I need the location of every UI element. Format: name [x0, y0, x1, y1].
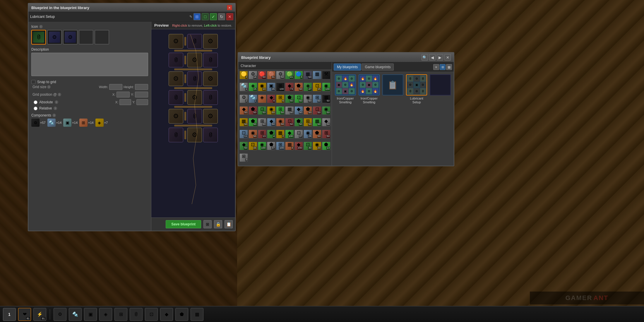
list-view-button[interactable]: ≡	[433, 64, 439, 70]
inventory-slot-41[interactable]: ⬟50	[249, 118, 257, 126]
toolbar-btn-blueprint[interactable]: ⊞	[193, 13, 201, 20]
editor-close-button[interactable]: ×	[227, 5, 232, 10]
inventory-slot-0[interactable]: 🟡2	[239, 71, 248, 79]
relative-radio[interactable]	[34, 107, 37, 110]
inventory-slot-15[interactable]: ◆73	[285, 83, 294, 91]
description-input[interactable]	[31, 53, 148, 76]
toolbar-btn-book[interactable]: □	[202, 13, 209, 20]
inventory-slot-48[interactable]: ▦50	[313, 118, 321, 126]
inventory-slot-47[interactable]: ⊞50	[304, 118, 312, 126]
inventory-slot-35[interactable]: ▦50	[285, 106, 294, 115]
tab-my-blueprints[interactable]: My blueprints	[334, 64, 361, 71]
inventory-slot-13[interactable]: ▣26	[267, 83, 275, 91]
inventory-slot-16[interactable]: ⬟50	[294, 83, 303, 91]
inventory-slot-22[interactable]: ◈	[258, 95, 266, 103]
lock-button[interactable]: 🔒	[214, 220, 222, 228]
inventory-slot-54[interactable]: ▦2	[276, 130, 285, 138]
taskbar-slot-1[interactable]: ⚙	[54, 308, 66, 321]
inventory-slot-24[interactable]: ⊞6	[276, 95, 285, 103]
inventory-slot-65[interactable]: ▦4	[285, 142, 294, 150]
grid-x-input[interactable]	[117, 92, 130, 97]
inventory-slot-10[interactable]: 🔩1	[239, 83, 248, 91]
inventory-slot-62[interactable]: ◉100	[258, 142, 266, 150]
taskbar-slot-2[interactable]: 🔩	[69, 308, 82, 321]
inventory-slot-70[interactable]: ⊞3	[239, 153, 248, 162]
library-close-button[interactable]: ✕	[444, 54, 451, 61]
inventory-slot-25[interactable]: ⬟50	[285, 95, 294, 103]
search-button[interactable]: 🔍	[422, 54, 428, 61]
inventory-slot-45[interactable]: ⊡50	[285, 118, 294, 126]
icon-slot-4[interactable]	[79, 30, 93, 44]
snap-checkbox[interactable]	[31, 80, 35, 84]
inventory-slot-19[interactable]: ◉100	[322, 83, 330, 91]
inventory-slot-12[interactable]: ◉10	[258, 83, 266, 91]
inventory-slot-31[interactable]: ⬟50	[249, 106, 257, 115]
inventory-slot-6[interactable]: 🔵3	[294, 71, 303, 79]
inventory-slot-7[interactable]: ▦50	[304, 71, 312, 79]
inventory-slot-5[interactable]: 🟢41	[285, 71, 294, 79]
inventory-slot-63[interactable]: ⬟37	[267, 142, 275, 150]
inventory-slot-34[interactable]: ⊞50	[276, 106, 285, 115]
inventory-slot-67[interactable]: ⊡30	[304, 142, 312, 150]
inventory-slot-3[interactable]: 🟤31	[267, 71, 275, 79]
inventory-slot-59[interactable]: ⊞50	[322, 130, 330, 138]
absolute-radio[interactable]	[34, 100, 37, 104]
icon-info[interactable]: i	[39, 25, 43, 28]
inventory-slot-68[interactable]: ◉20	[313, 142, 321, 150]
grid-toggle-button[interactable]: ⊞	[203, 220, 212, 228]
blueprint-item-3[interactable]: 📋	[382, 74, 404, 104]
inventory-slot-29[interactable]: ▦50	[322, 95, 330, 103]
inventory-slot-30[interactable]: ◆50	[239, 106, 248, 115]
inventory-slot-58[interactable]: ⬟50	[313, 130, 321, 138]
blueprint-item-5[interactable]	[429, 74, 451, 104]
inventory-slot-61[interactable]: ⊡44	[249, 142, 257, 150]
icon-slot-3[interactable]: ⚙	[63, 30, 78, 44]
comp-info[interactable]: i	[52, 114, 56, 117]
inventory-slot-60[interactable]: ◆50	[239, 142, 248, 150]
inventory-slot-4[interactable]: ⚙50	[276, 71, 285, 79]
inventory-slot-33[interactable]: ◉50	[267, 106, 275, 115]
taskbar-slot-10[interactable]: ▦	[191, 308, 203, 321]
inventory-slot-28[interactable]: ⊞50	[313, 95, 321, 103]
inventory-slot-39[interactable]: ◉50	[322, 106, 330, 115]
toolbar-btn-check[interactable]: ✓	[210, 13, 217, 20]
inventory-slot-56[interactable]: ⊡37	[294, 130, 303, 138]
inventory-slot-14[interactable]: ⊞100	[276, 83, 285, 91]
taskbar-slot-8[interactable]: ◆	[160, 308, 173, 321]
inventory-slot-40[interactable]: ▦50	[239, 118, 248, 126]
export-button[interactable]: 📋	[225, 220, 233, 228]
blueprint-item-4[interactable]: 🛢 ⚙ 🛢 ⚙ ▣ ⚙ 🛢 ⚙ 🛢 LubricantSetup	[406, 74, 428, 104]
inventory-slot-38[interactable]: ⊡50	[313, 106, 321, 115]
taskbar-slot-7[interactable]: ⊡	[145, 308, 158, 321]
save-blueprint-button[interactable]: Save blueprint	[166, 220, 201, 228]
inventory-slot-20[interactable]: ⚙2	[239, 95, 248, 103]
inventory-slot-55[interactable]: ◆100	[285, 130, 294, 138]
tab-game-blueprints[interactable]: Game blueprints	[362, 64, 394, 71]
inventory-slot-44[interactable]: ◉50	[276, 118, 285, 126]
inventory-slot-23[interactable]: ◆4	[267, 95, 275, 103]
icon-slot-1[interactable]: 🛢	[31, 30, 46, 44]
grid-pos-info[interactable]: i	[58, 93, 61, 96]
inventory-slot-64[interactable]: ⊞100	[276, 142, 285, 150]
inventory-slot-53[interactable]: ⬟4	[267, 130, 275, 138]
blueprint-item-2[interactable]: 🔥 ⚙ 🔥 ⚙ ▣ ⚙ 🔥 ⚙ 🔥 Iron/CopperSmelting	[358, 74, 380, 104]
inventory-slot-37[interactable]: ⬟50	[304, 106, 312, 115]
taskbar-slot-4[interactable]: ◈	[99, 308, 112, 321]
inventory-slot-21[interactable]: 🔩1	[249, 95, 257, 103]
inventory-slot-49[interactable]: ◆50	[322, 118, 330, 126]
inventory-slot-51[interactable]: ◉50	[249, 130, 257, 138]
inventory-slot-18[interactable]: ⊡15	[313, 83, 321, 91]
grid-view-button[interactable]: ⊞	[440, 64, 446, 70]
abs-y-input[interactable]	[136, 99, 148, 105]
inventory-slot-36[interactable]: ◆50	[294, 106, 303, 115]
inventory-slot-69[interactable]: ⬟13	[322, 142, 330, 150]
icon-slot-2[interactable]: ⚙	[47, 30, 62, 44]
inventory-slot-52[interactable]: ⊞13	[258, 130, 266, 138]
grid-size-info[interactable]: i	[47, 85, 51, 89]
inventory-slot-9[interactable]: ⚒	[322, 71, 330, 79]
taskbar-slot-5[interactable]: ⊞	[114, 308, 127, 321]
nav-next-button[interactable]: ▶	[437, 54, 443, 61]
inventory-slot-46[interactable]: ⬟50	[294, 118, 303, 126]
inventory-slot-50[interactable]: ⊡11	[239, 130, 248, 138]
inventory-slot-2[interactable]: 🔴50	[258, 71, 266, 79]
